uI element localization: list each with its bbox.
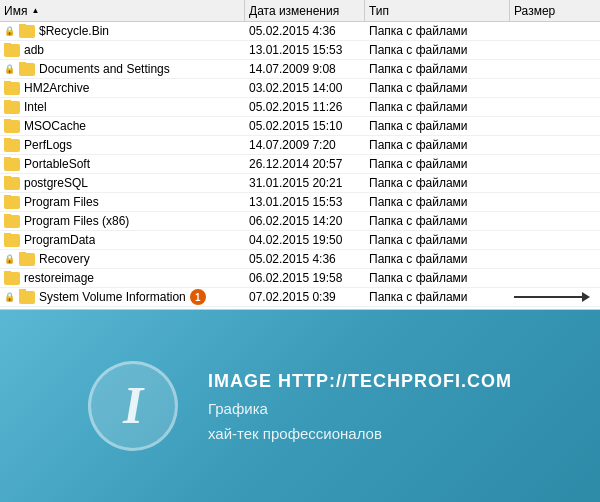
row-name-text: HM2Archive (24, 81, 89, 95)
row-name-text: Intel (24, 100, 47, 114)
col-header-type[interactable]: Тип (365, 0, 510, 21)
folder-icon (19, 25, 35, 38)
row-name-cell: MSOCache (0, 119, 245, 133)
row-date-cell: 13.01.2015 15:53 (245, 43, 365, 57)
row-name-cell: restoreimage (0, 271, 245, 285)
row-type-cell: Папка с файлами (365, 138, 510, 152)
table-row[interactable]: Program Files13.01.2015 15:53Папка с фай… (0, 193, 600, 212)
row-date-cell: 13.01.2015 15:53 (245, 195, 365, 209)
row-type-cell: Папка с файлами (365, 290, 510, 304)
row-date-cell: 14.07.2009 7:20 (245, 138, 365, 152)
row-name-cell: 🔒$Recycle.Bin (0, 24, 245, 38)
row-date-cell: 05.02.2015 4:36 (245, 24, 365, 38)
folder-icon (4, 215, 20, 228)
lock-icon: 🔒 (4, 292, 15, 302)
folder-icon (4, 272, 20, 285)
table-row[interactable]: postgreSQL31.01.2015 20:21Папка с файлам… (0, 174, 600, 193)
table-row[interactable]: Intel05.02.2015 11:26Папка с файлами (0, 98, 600, 117)
row-name-cell: postgreSQL (0, 176, 245, 190)
col-header-name[interactable]: Имя ▲ (0, 0, 245, 21)
row-date-cell: 26.12.2014 20:57 (245, 157, 365, 171)
row-name-text: MSOCache (24, 119, 86, 133)
table-row[interactable]: 🔒$Recycle.Bin05.02.2015 4:36Папка с файл… (0, 22, 600, 41)
row-type-cell: Папка с файлами (365, 176, 510, 190)
banner-subtitle2: хай-тек профессионалов (208, 425, 512, 442)
row-name-text: PerfLogs (24, 138, 72, 152)
file-explorer: Имя ▲ Дата изменения Тип Размер 🔒$Recycl… (0, 0, 600, 310)
table-row[interactable]: MSOCache05.02.2015 15:10Папка с файлами (0, 117, 600, 136)
table-body: 🔒$Recycle.Bin05.02.2015 4:36Папка с файл… (0, 22, 600, 310)
banner-title: IMAGE HTTP://TECHPROFI.COM (208, 371, 512, 392)
row-name-cell: Intel (0, 100, 245, 114)
row-name-text: adb (24, 43, 44, 57)
row-date-cell: 14.07.2009 9:08 (245, 62, 365, 76)
row-name-cell: HM2Archive (0, 81, 245, 95)
row-type-cell: Папка с файлами (365, 157, 510, 171)
arrow-line (514, 296, 584, 298)
folder-icon (4, 196, 20, 209)
col-header-date[interactable]: Дата изменения (245, 0, 365, 21)
row-type-cell: Папка с файлами (365, 271, 510, 285)
banner-logo: I (88, 361, 178, 451)
row-badge: 1 (190, 289, 206, 305)
row-name-cell: Program Files (0, 195, 245, 209)
row-name-text: ProgramData (24, 233, 95, 247)
row-date-cell: 04.02.2015 19:50 (245, 233, 365, 247)
row-type-cell: Папка с файлами (365, 214, 510, 228)
col-name-label: Имя (4, 4, 27, 18)
row-name-text: $Recycle.Bin (39, 24, 109, 38)
table-row[interactable]: Program Files (x86)06.02.2015 14:20Папка… (0, 212, 600, 231)
row-name-cell: 🔒Documents and Settings (0, 62, 245, 76)
table-header: Имя ▲ Дата изменения Тип Размер (0, 0, 600, 22)
table-row[interactable]: PerfLogs14.07.2009 7:20Папка с файлами (0, 136, 600, 155)
row-type-cell: Папка с файлами (365, 100, 510, 114)
row-name-cell: 🔒System Volume Information1 (0, 289, 245, 305)
row-type-cell: Папка с файлами (365, 62, 510, 76)
table-row[interactable]: HM2Archive03.02.2015 14:00Папка с файлам… (0, 79, 600, 98)
row-date-cell: 03.02.2015 14:00 (245, 81, 365, 95)
banner-subtitle1: Графика (208, 400, 512, 417)
row-name-cell: adb (0, 43, 245, 57)
folder-icon (19, 253, 35, 266)
row-type-cell: Папка с файлами (365, 233, 510, 247)
table-row[interactable]: ProgramData04.02.2015 19:50Папка с файла… (0, 231, 600, 250)
table-row[interactable]: 🔒Recovery05.02.2015 4:36Папка с файлами (0, 250, 600, 269)
row-type-cell: Папка с файлами (365, 119, 510, 133)
folder-icon (4, 120, 20, 133)
row-name-text: restoreimage (24, 271, 94, 285)
table-row[interactable]: restoreimage06.02.2015 19:58Папка с файл… (0, 269, 600, 288)
table-row[interactable]: 🔒Documents and Settings14.07.2009 9:08Па… (0, 60, 600, 79)
row-type-cell: Папка с файлами (365, 81, 510, 95)
row-date-cell: 05.02.2015 4:36 (245, 252, 365, 266)
row-name-text: Recovery (39, 252, 90, 266)
row-name-cell: PerfLogs (0, 138, 245, 152)
folder-icon (19, 291, 35, 304)
folder-icon (4, 101, 20, 114)
banner-text-block: IMAGE HTTP://TECHPROFI.COM Графика хай-т… (208, 371, 512, 442)
lock-icon: 🔒 (4, 26, 15, 36)
row-name-text: PortableSoft (24, 157, 90, 171)
row-date-cell: 31.01.2015 20:21 (245, 176, 365, 190)
row-name-text: Documents and Settings (39, 62, 170, 76)
row-date-cell: 05.02.2015 15:10 (245, 119, 365, 133)
banner-logo-letter: I (123, 380, 143, 432)
table-row[interactable]: PortableSoft26.12.2014 20:57Папка с файл… (0, 155, 600, 174)
row-date-cell: 07.02.2015 0:39 (245, 290, 365, 304)
folder-icon (4, 139, 20, 152)
row-size-cell (510, 296, 600, 298)
table-row[interactable]: adb13.01.2015 15:53Папка с файлами (0, 41, 600, 60)
lock-icon: 🔒 (4, 64, 15, 74)
row-type-cell: Папка с файлами (365, 43, 510, 57)
row-name-text: postgreSQL (24, 176, 88, 190)
row-type-cell: Папка с файлами (365, 252, 510, 266)
row-date-cell: 05.02.2015 11:26 (245, 100, 365, 114)
sort-arrow-icon: ▲ (31, 6, 39, 15)
folder-icon (4, 177, 20, 190)
row-name-cell: PortableSoft (0, 157, 245, 171)
table-row[interactable]: 🔒System Volume Information107.02.2015 0:… (0, 288, 600, 307)
col-header-size[interactable]: Размер (510, 0, 600, 21)
folder-icon (4, 158, 20, 171)
row-name-cell: Program Files (x86) (0, 214, 245, 228)
row-name-cell: ProgramData (0, 233, 245, 247)
row-name-text: System Volume Information (39, 290, 186, 304)
